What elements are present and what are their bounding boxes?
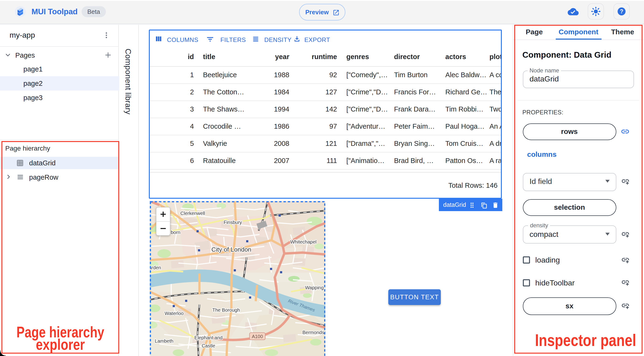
svg-text:Castle: Castle [202,343,216,348]
svg-text:born: born [171,230,180,235]
svg-text:A100: A100 [252,334,263,339]
svg-text:Finsbury: Finsbury [224,220,242,225]
svg-text:Waterloo: Waterloo [164,311,184,316]
svg-text:Lambeth: Lambeth [155,338,174,344]
svg-text:City of London: City of London [211,246,252,253]
svg-text:Clerkenwell: Clerkenwell [180,211,205,216]
svg-text:?: ? [620,8,623,14]
svg-text:Whitechapel: Whitechapel [290,239,316,245]
svg-text:Wapping: Wapping [305,285,324,290]
svg-text:Elephant and: Elephant and [194,335,222,340]
svg-text:arden: arden [150,265,161,270]
svg-text:The Borough: The Borough [212,307,240,313]
svg-text:Bermondse: Bermondse [302,330,325,335]
